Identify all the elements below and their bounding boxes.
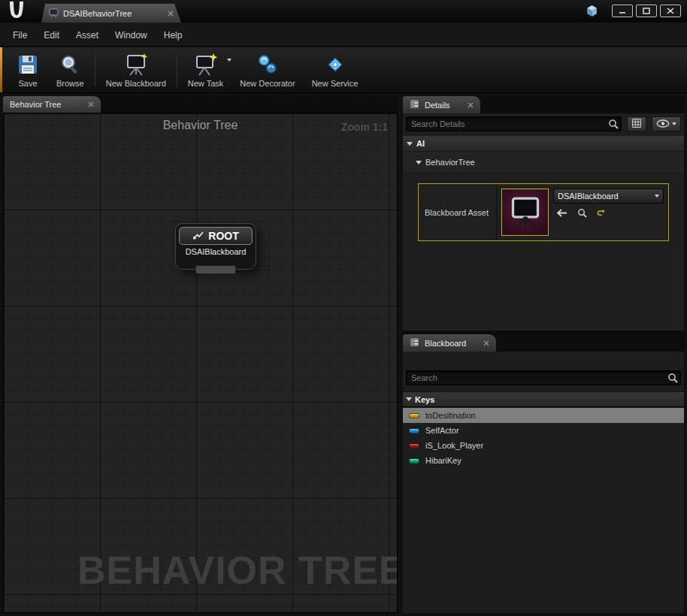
maximize-button[interactable] xyxy=(636,5,657,17)
root-node[interactable]: ROOT DSAIBlackboard xyxy=(175,223,256,270)
key-color-icon xyxy=(409,428,419,433)
tab-blackboard[interactable]: Blackboard xyxy=(403,334,496,352)
zoom-level: Zoom 1:1 xyxy=(341,121,388,133)
save-button[interactable]: Save xyxy=(8,51,48,89)
details-panel: Details xyxy=(403,96,684,331)
save-icon xyxy=(16,53,40,77)
chevron-down-icon xyxy=(655,195,659,198)
search-icon xyxy=(667,373,678,385)
grid-icon xyxy=(631,118,642,130)
close-icon[interactable] xyxy=(468,102,474,108)
details-tab-label: Details xyxy=(425,101,450,110)
behavior-tree-graph-canvas[interactable]: Behavior Tree Zoom 1:1 ROOT DSAIBlackboa… xyxy=(3,113,398,613)
root-node-output-pin[interactable] xyxy=(195,265,236,274)
graph-panel: Behavior Tree Behavior Tree Zoom 1:1 ROO… xyxy=(3,96,398,613)
unreal-logo xyxy=(4,0,28,23)
menu-bar: File Edit Asset Window Help xyxy=(0,23,687,47)
new-decorator-button[interactable]: New Decorator xyxy=(232,51,303,89)
right-panel: Details xyxy=(403,96,684,613)
close-icon[interactable] xyxy=(483,340,489,346)
blackboard-asset-property: Blackboard Asset DSAIBlackboard xyxy=(418,183,669,241)
key-name: HibariKey xyxy=(425,456,462,465)
search-icon xyxy=(608,119,619,131)
blackboard-panel: Blackboard Keys xyxy=(403,334,684,613)
details-tab-icon xyxy=(410,99,419,110)
toolbar-separator xyxy=(95,54,95,86)
blackboard-asset-label: Blackboard Asset xyxy=(419,184,497,240)
keys-header-label: Keys xyxy=(415,395,434,404)
eye-icon xyxy=(656,119,670,129)
keys-section-header[interactable]: Keys xyxy=(403,391,684,407)
menu-window[interactable]: Window xyxy=(107,28,156,43)
graph-tab-bar: Behavior Tree xyxy=(3,96,398,113)
new-task-icon xyxy=(194,53,218,77)
details-tab-bar: Details xyxy=(403,96,684,113)
new-blackboard-icon xyxy=(124,53,148,77)
tab-details[interactable]: Details xyxy=(403,96,480,113)
menu-file[interactable]: File xyxy=(5,28,35,43)
close-icon[interactable] xyxy=(168,11,174,17)
graph-watermark: BEHAVIOR TREE xyxy=(77,548,398,593)
blackboard-key-row[interactable]: HibariKey xyxy=(403,453,684,468)
new-task-label: New Task xyxy=(188,79,223,88)
blackboard-asset-thumbnail[interactable] xyxy=(501,189,549,236)
new-decorator-icon xyxy=(256,53,280,77)
new-blackboard-button[interactable]: New Blackboard xyxy=(98,51,174,89)
graph-tab-label: Behavior Tree xyxy=(10,100,61,109)
behavior-tree-asset-icon xyxy=(49,8,59,19)
blackboard-key-row[interactable]: SelfActor xyxy=(403,423,684,438)
root-node-header[interactable]: ROOT xyxy=(179,227,253,245)
unreal-editor-window: DSAIBehaviorTree File Edit Asset Window … xyxy=(0,0,687,616)
graph-title: Behavior Tree xyxy=(4,119,397,132)
menu-edit[interactable]: Edit xyxy=(35,28,68,43)
reset-to-default-button[interactable] xyxy=(597,209,606,219)
close-icon[interactable] xyxy=(88,101,94,107)
key-name: SelfActor xyxy=(425,426,459,435)
blackboard-key-row[interactable]: toDesitination xyxy=(403,408,684,423)
blackboard-key-row[interactable]: iS_Look_Player xyxy=(403,438,684,453)
save-label: Save xyxy=(18,79,37,88)
blackboard-search-input[interactable] xyxy=(406,370,681,385)
root-node-title: ROOT xyxy=(208,230,238,242)
new-service-button[interactable]: New Service xyxy=(304,51,367,89)
tab-behavior-tree[interactable]: Behavior Tree xyxy=(3,96,101,113)
category-ai-label: AI xyxy=(416,139,425,148)
new-decorator-label: New Decorator xyxy=(240,79,295,88)
blackboard-asset-value: DSAIBlackboard xyxy=(558,192,619,201)
new-service-icon xyxy=(323,53,347,77)
root-node-blackboard-name: DSAIBlackboard xyxy=(176,247,256,256)
expander-arrow-icon xyxy=(407,142,413,146)
blackboard-search-row xyxy=(403,370,684,385)
blackboard-tab-bar: Blackboard xyxy=(403,334,684,352)
category-behaviortree[interactable]: BehaviorTree xyxy=(403,152,684,174)
toolbar-separator xyxy=(177,54,177,86)
browse-to-asset-button[interactable] xyxy=(577,208,587,219)
blackboard-asset-dropdown[interactable]: DSAIBlackboard xyxy=(553,189,664,204)
browse-button[interactable]: Browse xyxy=(48,51,92,89)
category-ai[interactable]: AI xyxy=(403,136,684,152)
document-tab[interactable]: DSAIBehaviorTree xyxy=(41,4,181,23)
key-name: toDesitination xyxy=(425,411,476,420)
title-bar[interactable]: DSAIBehaviorTree xyxy=(0,0,687,23)
cube-icon xyxy=(586,5,598,19)
blackboard-tab-label: Blackboard xyxy=(425,339,466,348)
new-task-button[interactable]: New Task xyxy=(180,51,232,89)
toolbar: Save Browse New Blackboard New Ta xyxy=(0,47,687,93)
key-color-icon xyxy=(409,413,419,418)
details-search-input[interactable] xyxy=(406,116,622,131)
use-selected-asset-button[interactable] xyxy=(557,209,567,219)
view-options-button[interactable] xyxy=(652,116,681,131)
root-node-icon xyxy=(192,231,204,241)
chevron-down-icon xyxy=(672,122,676,125)
menu-help[interactable]: Help xyxy=(156,28,191,43)
key-color-icon xyxy=(409,443,419,448)
menu-asset[interactable]: Asset xyxy=(68,28,107,43)
category-behaviortree-label: BehaviorTree xyxy=(425,158,475,167)
document-tab-label: DSAIBehaviorTree xyxy=(63,9,132,18)
blackboard-tab-icon xyxy=(410,337,419,349)
browse-label: Browse xyxy=(56,79,84,88)
expander-arrow-icon xyxy=(406,397,412,401)
property-matrix-button[interactable] xyxy=(627,116,646,131)
minimize-button[interactable] xyxy=(612,5,633,17)
close-button[interactable] xyxy=(660,5,681,17)
